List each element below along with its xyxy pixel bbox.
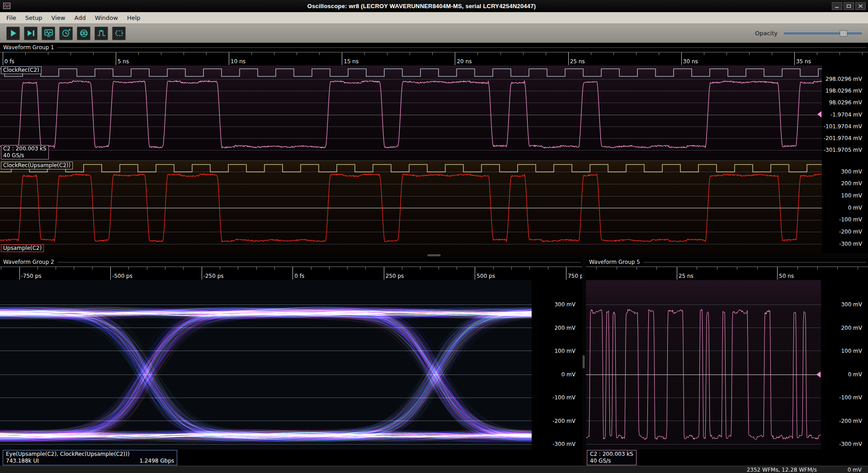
c2-waveform-canvas[interactable] [0, 66, 822, 160]
y-axis-label: -201.9704 mV [824, 135, 862, 141]
eye-info-label[interactable]: Eye(Upsample(C2), ClockRec(Upsample(C2))… [3, 450, 177, 465]
time-axis-minor-tick [457, 267, 457, 270]
time-axis-minor-tick [128, 267, 129, 270]
sphere-icon[interactable] [77, 27, 90, 40]
time-axis-minor-tick [439, 267, 439, 270]
time-axis-minor-tick [329, 267, 330, 270]
vertical-splitter[interactable] [582, 258, 586, 466]
vertical-splitter-grip-icon[interactable] [583, 356, 585, 368]
time-axis-minor-tick [274, 52, 274, 55]
time-axis-minor-tick [704, 52, 704, 55]
time-axis-label: 5 ns [118, 58, 129, 65]
play-stop-icon[interactable] [24, 27, 38, 40]
y-axis-label: -100 mV [839, 394, 862, 401]
opacity-slider-handle[interactable] [840, 30, 847, 37]
time-axis-minor-tick [311, 267, 311, 270]
group2-header: Waveform Group 2 [0, 258, 582, 267]
time-axis-major-tick [229, 52, 229, 65]
clockrec-c2-label[interactable]: ClockRec(C2) [1, 66, 42, 74]
time-axis-major-tick [110, 267, 111, 280]
menu-view[interactable]: View [47, 13, 70, 23]
display-icon[interactable] [42, 27, 55, 40]
upsample-label[interactable]: Upsample(C2) [1, 244, 44, 252]
group1-header: Waveform Group 1 [0, 43, 868, 52]
time-axis-minor-tick [749, 52, 750, 55]
time-axis-major-tick [342, 52, 342, 65]
time-axis-label: 0 fs [5, 58, 14, 65]
time-axis-label: 20 ns [457, 58, 472, 65]
pulse-measure-icon[interactable] [94, 27, 108, 40]
maximize-icon[interactable] [844, 2, 854, 10]
splitter-grip-icon[interactable] [428, 254, 440, 256]
menu-file[interactable]: File [2, 13, 21, 23]
time-axis-minor-tick [410, 52, 410, 55]
eye-info-ui: 743.188k UI [6, 458, 39, 464]
time-axis-minor-tick [817, 52, 817, 55]
c2-info-line2: 40 GS/s [3, 152, 47, 159]
group1-time-axis: 0 fs5 ns10 ns15 ns20 ns25 ns30 ns35 ns [0, 52, 868, 66]
app-icon[interactable] [2, 2, 11, 10]
c2-offset-marker-icon[interactable] [817, 111, 821, 117]
time-axis-major-tick [777, 267, 778, 280]
menu-help[interactable]: Help [123, 13, 145, 23]
time-axis-minor-tick [493, 267, 494, 270]
time-axis-minor-tick [817, 267, 818, 270]
time-axis-major-tick [455, 52, 455, 65]
time-axis-label: -250 ps [203, 273, 224, 279]
y-axis-label: -300 mV [552, 441, 576, 447]
group2-title: Waveform Group 2 [3, 259, 54, 265]
time-axis-minor-tick [365, 267, 366, 270]
menu-setup[interactable]: Setup [21, 13, 47, 23]
window-title: Oscilloscope: wr8 (LECROY WAVERUNNER8404… [11, 3, 832, 9]
clock-recall-icon[interactable] [59, 27, 73, 40]
close-icon[interactable] [855, 2, 866, 10]
group5-plot-area [586, 280, 821, 450]
time-axis-minor-tick [38, 267, 38, 270]
oscilloscope-window: Oscilloscope: wr8 (LECROY WAVERUNNER8404… [0, 0, 868, 473]
minimize-icon[interactable] [832, 2, 842, 10]
time-axis-minor-tick [220, 267, 220, 270]
time-axis-minor-tick [737, 267, 737, 270]
group2-time-axis: -750 ps-500 ps-250 ps0 fs250 ps500 ps750… [0, 267, 582, 280]
eye-plot-area [0, 280, 532, 450]
play-icon[interactable] [6, 27, 20, 40]
horizontal-splitter[interactable] [0, 253, 868, 258]
opacity-slider[interactable] [784, 30, 862, 37]
upsample-waveform-canvas[interactable] [0, 161, 822, 253]
time-axis-major-tick [292, 267, 293, 280]
zoom-fit-icon[interactable] [112, 27, 126, 40]
c2-info-label[interactable]: C2 : 200.003 kS 40 GS/s [1, 145, 49, 159]
group5-info-line1: C2 : 200.003 kS [590, 451, 633, 458]
time-axis-minor-tick [617, 267, 617, 270]
clockrec-upsample-label[interactable]: ClockRec(Upsample(C2)) [1, 162, 73, 169]
y-axis-label: 200 mV [554, 325, 576, 331]
menu-add[interactable]: Add [70, 13, 90, 23]
opacity-slider-track[interactable] [784, 33, 862, 34]
time-axis-label: 25 ns [570, 58, 585, 65]
time-axis-major-tick [384, 267, 384, 280]
time-axis-minor-tick [161, 52, 161, 55]
time-axis-minor-tick [420, 267, 420, 270]
group5-info-label[interactable]: C2 : 200.003 kS 40 GS/s [587, 450, 637, 465]
main-area: Waveform Group 1 0 fs5 ns10 ns15 ns20 ns… [0, 43, 868, 466]
y-axis-label: -100 mV [839, 216, 862, 223]
status-cursor-value: 0 mV [848, 467, 862, 473]
y-axis-label: 300 mV [841, 301, 862, 308]
time-axis-major-tick [566, 267, 566, 280]
time-axis-minor-tick [548, 267, 548, 270]
time-axis-minor-tick [500, 52, 501, 55]
eye-diagram-canvas[interactable] [0, 280, 532, 450]
time-axis-minor-tick [92, 267, 93, 270]
time-axis-minor-tick [591, 52, 591, 55]
time-axis-label: -500 ps [112, 273, 132, 279]
group5-offset-marker-icon[interactable] [816, 371, 821, 378]
upsample-y-axis: 300 mV200 mV100 mV0 mV-100 mV-200 mV-300… [822, 160, 868, 253]
group5-waveform-canvas[interactable] [586, 280, 821, 450]
eye-info-title: Eye(Upsample(C2), ClockRec(Upsample(C2))… [6, 451, 174, 458]
menu-window[interactable]: Window [90, 13, 123, 23]
time-axis-minor-tick [251, 52, 252, 55]
time-axis-minor-tick [184, 52, 184, 55]
time-axis-minor-tick [523, 52, 524, 55]
group5-info-line2: 40 GS/s [590, 458, 633, 464]
group5-y-axis: 300 mV200 mV100 mV0 mV-100 mV-200 mV-300… [821, 280, 868, 450]
